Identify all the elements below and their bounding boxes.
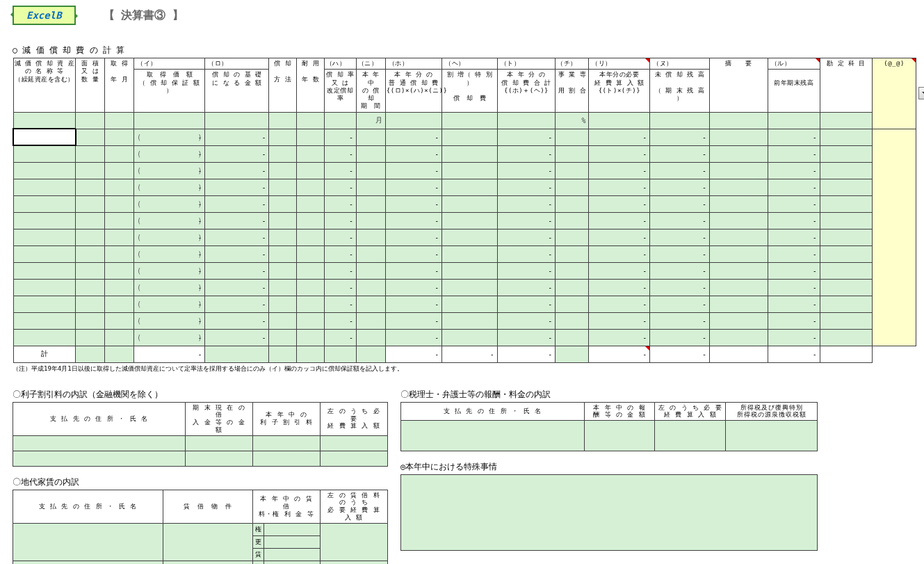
section3-title: 〇税理士・弁護士等の報酬・料金の内訳 <box>400 389 818 401</box>
footnote: （注）平成19年4月1日以後に取得した減価償却資産について定率法を採用する場合に… <box>13 364 918 373</box>
section1-title: ○ 減 価 償 却 費 の 計 算 <box>13 45 918 56</box>
table-row[interactable]: -------- <box>13 129 916 145</box>
table-row[interactable]: 権 <box>13 561 388 564</box>
table-row[interactable]: -------- <box>13 296 916 312</box>
table-row[interactable]: -------- <box>13 179 916 195</box>
face-cell[interactable]: (@_@) <box>873 58 916 129</box>
table-row[interactable] <box>13 451 388 466</box>
table-row[interactable]: 権 <box>13 523 388 535</box>
table-row[interactable] <box>13 435 388 451</box>
top-bar: ExcelB 【 決算書③ 】 <box>13 6 918 25</box>
table-row[interactable]: -------- <box>13 212 916 229</box>
table-row[interactable]: -------- <box>13 195 916 212</box>
table-row[interactable]: -------- <box>13 245 916 262</box>
special-circumstances-box[interactable] <box>400 474 818 551</box>
table-row[interactable]: -------- <box>13 229 916 245</box>
table-row[interactable]: -------- <box>13 279 916 296</box>
table-header: 減 価 償 却 資 産の 名 称 等（繰延資産を含む） 面 積又 は数 量 取 … <box>13 58 916 129</box>
table-row[interactable]: -------- <box>13 312 916 329</box>
table-row[interactable] <box>401 421 818 451</box>
section4-title: 〇地代家賃の内訳 <box>13 476 388 488</box>
total-row: 計 - - - - - - - <box>13 346 916 362</box>
table-row[interactable]: -------- <box>13 329 916 346</box>
table-row[interactable]: -------- <box>13 162 916 179</box>
chevron-down-icon[interactable] <box>918 87 924 99</box>
table-row[interactable]: -------- <box>13 262 916 279</box>
rent-table: 支 払 先 の 住 所 ・ 氏 名 賃 借 物 件 本 年 中 の 賃 借料・権… <box>13 490 388 564</box>
table-row[interactable]: -------- <box>13 145 916 162</box>
section2-title: 〇利子割引料の内訳（金融機関を除く） <box>13 389 388 401</box>
section5-title: ◎本年中における特殊事情 <box>400 461 818 473</box>
fees-table: 支 払 先 の 住 所 ・ 氏 名 本 年 中 の 報酬 等 の 金 額 左 の… <box>400 402 818 452</box>
depreciation-table: 減 価 償 却 資 産の 名 称 等（繰延資産を含む） 面 積又 は数 量 取 … <box>13 58 916 363</box>
page-title: 【 決算書③ 】 <box>104 8 184 23</box>
excel-badge[interactable]: ExcelB <box>13 6 76 25</box>
interest-table: 支 払 先 の 住 所 ・ 氏 名 期 末 現 在 の 借入 金 等 の 金 額… <box>13 402 388 467</box>
